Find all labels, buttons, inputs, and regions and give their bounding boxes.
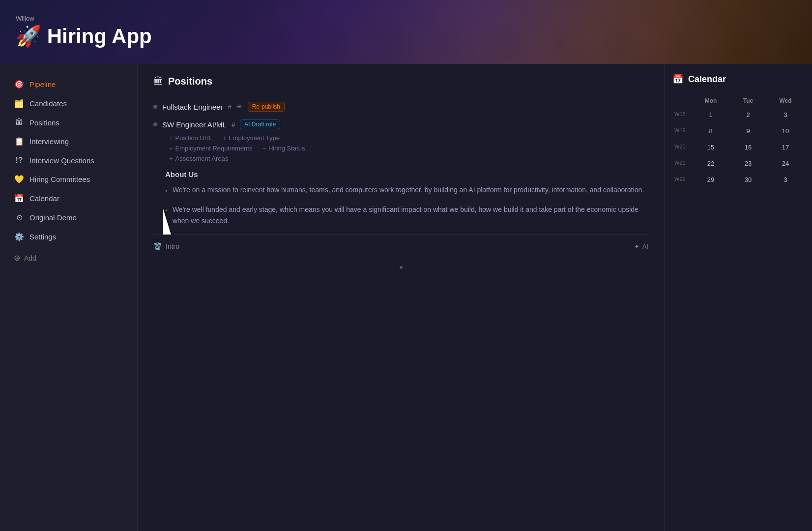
calendar-icon: 📅 xyxy=(672,74,683,85)
sidebar-item-settings[interactable]: ⚙️ Settings xyxy=(8,228,129,245)
field-label: Employment Requirements xyxy=(175,145,253,152)
cal-day-29[interactable]: 29 xyxy=(692,172,729,187)
ai-draft-badge[interactable]: AI Draft role xyxy=(240,119,280,129)
scroll-indicator xyxy=(153,262,648,273)
cal-day-2[interactable]: 2 xyxy=(729,107,767,122)
sidebar-item-hiring-committees[interactable]: 💛 Hiring Committees xyxy=(8,171,129,188)
sidebar-item-candidates[interactable]: 🗂️ Candidates xyxy=(8,95,129,112)
add-assessment-areas[interactable]: + Assessment Areas xyxy=(169,155,228,162)
position-status-dot xyxy=(153,122,157,126)
week-19-label: W19 xyxy=(672,123,692,139)
week-21-label: W21 xyxy=(672,156,692,171)
cal-day-8[interactable]: 8 xyxy=(692,123,729,139)
sidebar-item-original-demo[interactable]: ⊙ Original Demo xyxy=(8,209,129,226)
field-label: Hiring Status xyxy=(268,145,305,152)
calendar-week-18: W18 1 2 3 xyxy=(672,107,804,122)
field-label: Employment Type xyxy=(229,134,280,142)
pipeline-icon: 🎯 xyxy=(14,80,25,89)
main-layout: 🎯 Pipeline 🗂️ Candidates 🏛 Positions 📋 I… xyxy=(0,64,812,531)
sidebar-item-label: Settings xyxy=(29,233,56,241)
calendar-header: 📅 Calendar xyxy=(672,74,804,85)
trash-icon: 🗑️ xyxy=(153,242,162,250)
cal-day-30[interactable]: 30 xyxy=(729,172,767,187)
cal-day-9[interactable]: 9 xyxy=(729,123,767,139)
about-bullets-list: We're on a mission to reinvent how human… xyxy=(165,184,648,226)
position-name: SW Engineer AI/ML xyxy=(162,120,227,129)
calendar-grid: Mon Tue Wed W18 1 2 3 W19 8 9 10 W20 1 xyxy=(672,94,804,187)
about-bullet-2: We're well funded and early stage, which… xyxy=(165,204,648,226)
sub-item-row-2: + Employment Requirements + Hiring Statu… xyxy=(169,145,648,152)
add-hiring-status[interactable]: + Hiring Status xyxy=(262,145,305,152)
week-18-label: W18 xyxy=(672,107,692,122)
calendar-week-19: W19 8 9 10 xyxy=(672,123,804,139)
about-bullet-text-2: We're well funded and early stage, which… xyxy=(173,204,648,226)
app-name: Willow xyxy=(16,15,796,22)
cal-day-16[interactable]: 16 xyxy=(729,140,767,155)
calendar-col-headers: Mon Tue Wed xyxy=(672,94,804,107)
calendar-week-21: W21 22 23 24 xyxy=(672,156,804,171)
sidebar-item-label: Hiring Committees xyxy=(29,175,90,183)
cal-day-3[interactable]: 3 xyxy=(767,107,804,122)
sidebar-item-positions[interactable]: 🏛 Positions xyxy=(8,114,129,131)
cal-day-31[interactable]: 3 xyxy=(767,172,804,187)
field-label: Assessment Areas xyxy=(175,155,229,162)
position-name: Fullstack Engineer xyxy=(162,103,223,111)
calendar-title: Calendar xyxy=(688,74,726,85)
sidebar-item-pipeline[interactable]: 🎯 Pipeline xyxy=(8,76,129,93)
sidebar-item-interview-questions[interactable]: !? Interview Questions xyxy=(8,152,129,169)
settings-icon: ⚙️ xyxy=(14,232,25,241)
hash-icon: # xyxy=(232,121,235,128)
add-icon: ⊕ xyxy=(14,253,20,263)
add-position-url[interactable]: + Position URL xyxy=(169,134,212,142)
plus-icon: + xyxy=(169,145,173,152)
cal-day-10[interactable]: 10 xyxy=(767,123,804,139)
positions-section-icon: 🏛 xyxy=(153,76,163,87)
content-footer: 🗑️ Intro ✦ AI xyxy=(153,234,648,258)
sidebar-item-label: Candidates xyxy=(29,99,67,108)
sidebar-item-label: Interview Questions xyxy=(29,156,94,165)
cal-day-17[interactable]: 17 xyxy=(767,140,804,155)
plus-icon: + xyxy=(262,145,266,152)
app-title: 🚀 Hiring App xyxy=(16,24,796,48)
cal-day-22[interactable]: 22 xyxy=(692,156,729,171)
republish-badge[interactable]: Re-publish xyxy=(248,102,285,112)
add-employment-requirements[interactable]: + Employment Requirements xyxy=(169,145,252,152)
cal-day-1[interactable]: 1 xyxy=(692,107,729,122)
sidebar-item-interviewing[interactable]: 📋 Interviewing xyxy=(8,133,129,150)
calendar-week-20: W20 15 16 17 xyxy=(672,140,804,155)
sidebar-item-calendar[interactable]: 📅 Calendar xyxy=(8,190,129,207)
add-item-button[interactable]: ⊕ Add xyxy=(8,249,129,266)
sidebar-item-label: Interviewing xyxy=(29,137,69,146)
intro-section: 🗑️ Intro xyxy=(153,242,179,250)
position-status-dot xyxy=(153,105,157,109)
add-employment-type[interactable]: + Employment Type xyxy=(222,134,279,142)
original-demo-icon: ⊙ xyxy=(14,213,25,222)
positions-section-title: Positions xyxy=(168,76,212,87)
sidebar: 🎯 Pipeline 🗂️ Candidates 🏛 Positions 📋 I… xyxy=(0,64,138,531)
tue-header: Tue xyxy=(729,94,767,107)
calendar-week-22: W22 29 30 3 xyxy=(672,172,804,187)
about-us-title: About Us xyxy=(165,170,648,178)
position-fullstack-engineer[interactable]: Fullstack Engineer # 👁 Re-publish xyxy=(153,99,648,115)
wed-header: Wed xyxy=(767,94,804,107)
hash-icon: # xyxy=(228,103,231,111)
add-label: Add xyxy=(24,254,36,262)
cal-day-15[interactable]: 15 xyxy=(692,140,729,155)
sub-item-row-1: + Position URL + Employment Type xyxy=(169,134,648,142)
position-sub-fields: + Position URL + Employment Type + Emplo… xyxy=(169,134,648,162)
about-bullet-1: We're on a mission to reinvent how human… xyxy=(165,184,648,196)
candidates-icon: 🗂️ xyxy=(14,99,25,108)
positions-icon: 🏛 xyxy=(14,118,25,127)
cal-day-24[interactable]: 24 xyxy=(767,156,804,171)
about-us-section: About Us We're on a mission to reinvent … xyxy=(153,170,648,226)
interviewing-icon: 📋 xyxy=(14,137,25,146)
position-sw-engineer-aiml[interactable]: SW Engineer AI/ML # AI Draft role xyxy=(153,117,648,132)
sidebar-item-label: Positions xyxy=(29,118,59,127)
about-bullet-text-1: We're on a mission to reinvent how human… xyxy=(173,184,644,195)
sidebar-item-label: Original Demo xyxy=(29,213,77,222)
cal-day-23[interactable]: 23 xyxy=(729,156,767,171)
plus-icon: + xyxy=(169,134,173,142)
ai-button[interactable]: ✦ AI xyxy=(634,243,648,250)
sub-item-row-3: + Assessment Areas xyxy=(169,155,648,162)
sidebar-item-label: Pipeline xyxy=(29,80,56,88)
